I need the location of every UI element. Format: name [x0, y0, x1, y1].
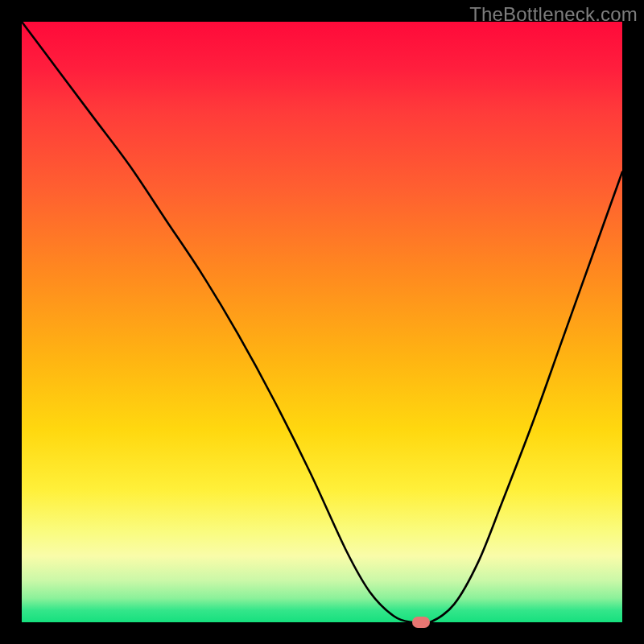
watermark-text: TheBottleneck.com	[469, 3, 638, 26]
bottleneck-curve	[22, 22, 622, 622]
chart-plot-area	[22, 22, 622, 622]
chart-frame: TheBottleneck.com	[0, 0, 644, 644]
optimal-marker	[412, 617, 430, 628]
